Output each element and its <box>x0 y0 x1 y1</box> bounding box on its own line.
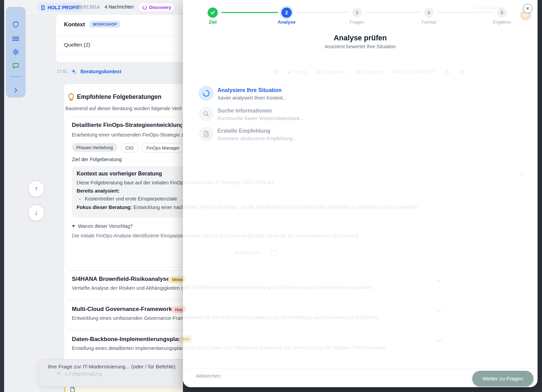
ghost-text-line: s-Analyse der IT-Strategie 2025-2028 auf… <box>184 180 276 185</box>
step-ziel[interactable] <box>208 8 218 18</box>
check-icon <box>210 11 215 15</box>
tag-row: Phasen-Vertiefung CIO FinOps Manager <box>72 143 184 153</box>
progress-step-title: Analysiere Ihre Situation <box>217 87 282 93</box>
discovery-badge[interactable]: Discovery <box>138 2 175 12</box>
message-meta-row: 17:41 Beratungskontext <box>57 68 121 75</box>
step-analyse[interactable]: 2 <box>281 8 292 18</box>
message-count: 4 Nachrichten <box>105 4 134 10</box>
step-connector <box>437 12 494 13</box>
goal-label: Ziel der Folgeberatung <box>72 157 122 162</box>
ghost-text-line: meworks für die Multi-Cloud-Umgebung zur… <box>184 315 379 320</box>
workshop-badge: WORKSHOP <box>90 21 120 28</box>
scroll-up-button[interactable]: ↑ <box>28 181 44 197</box>
step-label-ziel: Ziel <box>189 19 237 25</box>
ghost-correct: Korrigieren <box>322 69 347 75</box>
card-title: Multi-Cloud Governance-Framework <box>72 306 172 313</box>
footer-divider <box>183 368 538 369</box>
ghost-extend: Ergänzen <box>362 69 383 75</box>
close-button[interactable]: × <box>523 4 532 13</box>
sparkle-icon <box>56 371 62 376</box>
building-icon <box>41 5 45 10</box>
timestamp: 17:41 <box>57 69 67 74</box>
step-label-fragen: Fragen <box>333 19 381 25</box>
ghost-collapse-label: ‹ Ausklappen <box>474 4 502 11</box>
ghost-text-line: ns für das Daten- und Integrations-Backb… <box>184 345 387 350</box>
chat-icon[interactable] <box>12 62 20 70</box>
step-label-analyse: Analyse <box>263 19 310 25</box>
sources-row[interactable]: Quellen (2) <box>64 42 90 48</box>
arrow-up-icon: ↑ <box>35 185 38 193</box>
analyzed-label: Bereits analysiert: <box>77 188 120 194</box>
why-toggle[interactable]: Warum dieser Vorschlag? <box>72 223 133 229</box>
sidebar <box>6 7 26 97</box>
menu-icon[interactable] <box>12 35 20 43</box>
search-icon <box>203 110 210 117</box>
ghost-chevron-down-icon <box>437 309 441 312</box>
session-id: #8c81391a <box>76 4 100 10</box>
progress-step-subtitle: Generiere strukturierte Empfehlung... <box>217 136 296 141</box>
next-step-button[interactable]: Weiter zu Fragen <box>472 371 533 387</box>
step-connector <box>295 12 349 13</box>
card-title: S/4HANA Brownfield-Risikoanalyse <box>72 276 170 283</box>
step-connector-done <box>221 12 278 13</box>
tag-chip: FinOps Manager <box>142 143 184 153</box>
loading-spinner-icon <box>202 90 210 97</box>
ghost-approve: Passt <box>294 69 307 75</box>
cancel-button[interactable]: Abbrechen <box>196 373 221 379</box>
discovery-label: Discovery <box>149 5 171 10</box>
progress-step-subtitle: Durchsuche Xavier Wissensdatenbank... <box>217 116 304 121</box>
context-box-title: Kontext aus vorheriger Beratung <box>77 171 162 177</box>
bullet-dot <box>79 198 81 200</box>
workspace-name: HOLZ PROFIT <box>48 5 79 10</box>
expand-chevron-icon[interactable] <box>12 86 20 94</box>
ghost-text-line: der S/4HANA-Brownfield-Konvertierung zur… <box>184 285 372 290</box>
screen: HOLZ PROFIT #8c81391a 4 Nachrichten Disc… <box>0 0 542 392</box>
progress-step-title: Erstelle Empfehlung <box>217 128 270 134</box>
analysis-wizard-modal: 2 3 4 5 Ziel Analyse Fragen Format Ergeb… <box>183 0 538 387</box>
scroll-down-button[interactable]: ↓ <box>28 205 44 221</box>
progress-spinner-circle <box>199 86 214 101</box>
document-icon <box>203 131 209 138</box>
document-icon <box>70 387 75 392</box>
step-label-ergebnis: Ergebnis <box>478 19 526 25</box>
recommendations-intro: Basierend auf dieser Beratung wurden fol… <box>65 106 182 111</box>
ghost-text-line: altigen FinOps-Strategie, um die identif… <box>184 204 418 210</box>
ghost-feedback: War das hilfreich? <box>392 69 436 75</box>
step-format[interactable]: 4 <box>424 8 434 17</box>
ghost-chevron-down-icon <box>437 339 441 342</box>
progress-step-title: Suche Informationen <box>217 108 272 114</box>
copy-icon <box>273 69 279 75</box>
card-title: Daten-Backbone-Implementierungsplan <box>72 336 182 343</box>
card-title: Detaillierte FinOps-Strategieentwicklung <box>72 122 184 129</box>
modal-subtitle: Assistent bewertet Ihre Situation <box>183 44 538 49</box>
ghost-badge-sliver <box>183 305 186 313</box>
ghost-chevron-down-icon <box>437 279 441 282</box>
ghost-followup-label: 1 Folgeberatung <box>56 371 102 377</box>
step-label-format: Format <box>405 19 453 25</box>
settings-gear-icon[interactable] <box>12 48 20 56</box>
ghost-message-toolbar: Passt Korrigieren Ergänzen War das hilfr… <box>273 69 464 75</box>
arrow-down-icon: ↓ <box>35 209 38 217</box>
spinner-icon <box>142 5 147 10</box>
shield-icon[interactable] <box>12 21 20 29</box>
ghost-text-line: tenziale, jedoch fehlt eine langfristige… <box>184 233 359 238</box>
ghost-badge-sliver: ttel <box>183 335 193 343</box>
analyzed-item: Kostentreiber und erste Einsparpotenzial… <box>85 196 177 201</box>
progress-search-circle <box>199 106 214 121</box>
ghost-continue-label: Fortsetzen <box>235 250 259 256</box>
ghost-followup-text: 1 Folgeberatung <box>65 371 102 377</box>
progress-step-subtitle: Xavier analysiert Ihren Kontext... <box>217 95 287 101</box>
ghost-checkbox <box>271 250 277 256</box>
progress-document-circle <box>199 127 214 142</box>
card-description: Erarbeitung einer umfassenden FinOps-Str… <box>72 132 186 138</box>
tag-chip: CIO <box>121 143 138 153</box>
context-row[interactable]: Kontext WORKSHOP <box>64 21 120 28</box>
focus-label: Fokus dieser Beratung: <box>77 205 132 210</box>
ghost-badge-sliver <box>183 275 186 283</box>
step-fragen[interactable]: 3 <box>352 8 362 17</box>
lightbulb-icon <box>67 93 75 101</box>
context-title: Kontext <box>64 21 85 28</box>
sparkle-icon <box>71 68 77 75</box>
message-context-link[interactable]: Beratungskontext <box>80 69 121 74</box>
sidebar-divider <box>11 76 21 77</box>
